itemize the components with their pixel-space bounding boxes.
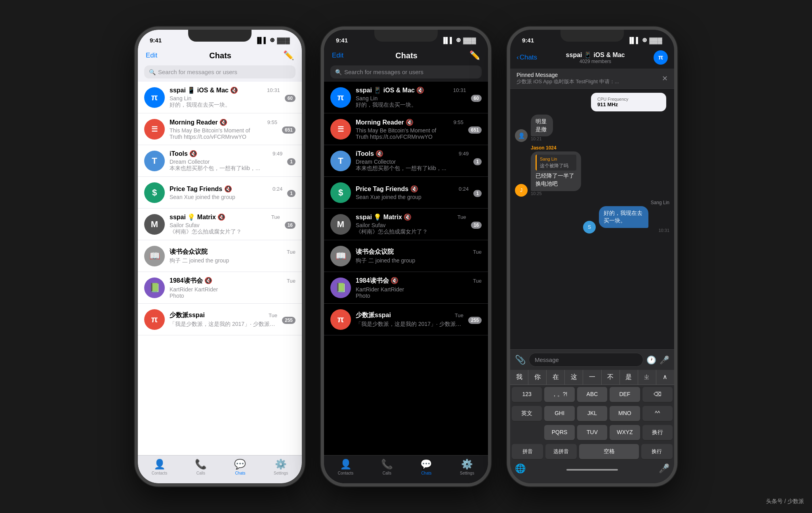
kb-key[interactable]: TUV — [577, 425, 607, 440]
chat-detail-name: sspai 📱 iOS & Mac — [540, 51, 650, 59]
tab-calls[interactable]: 📞 Calls — [195, 459, 207, 475]
list-item[interactable]: π 少数派sspai Tue 「我是少数派，这是我的 2017」· 少数派年度征… — [324, 304, 488, 335]
keyboard-row-4: 拼音 选拼音 空格 换行 — [510, 442, 674, 461]
tab-settings[interactable]: ⚙️ Settings — [274, 459, 288, 475]
list-item[interactable]: $ Price Tag Friends 🔇 0:24 Sean Xue join… — [138, 177, 302, 209]
avatar: 📗 — [144, 278, 165, 298]
message-row: Sang Lin 好的，我现在去买一块。 10:31 S — [515, 200, 669, 234]
kb-key[interactable]: PQRS — [544, 425, 574, 440]
chat-detail-avatar[interactable]: π — [654, 50, 668, 65]
kb-key[interactable]: GHI — [544, 406, 574, 421]
avatar: π — [330, 87, 351, 108]
message-time: 10:31 — [599, 228, 669, 233]
kb-key[interactable]: 123 — [512, 387, 542, 402]
kb-enter-key[interactable]: 换行 — [641, 444, 673, 459]
message-sender: Jason 1024 — [531, 145, 603, 151]
compose-button[interactable]: ✏️ — [283, 50, 294, 61]
tab-bar: 👤 Contacts 📞 Calls 💬 Chats ⚙️ Settings — [138, 455, 302, 483]
list-item[interactable]: π sspai 📱 iOS & Mac 🔇 10:31 Sang Lin 好的，… — [324, 82, 488, 113]
avatar: 📖 — [330, 246, 351, 266]
avatar: ☰ — [144, 119, 165, 140]
kb-key[interactable]: 英文 — [512, 406, 542, 421]
tab-calls-dark[interactable]: 📞 Calls — [381, 459, 393, 475]
kb-key[interactable]: ^^ — [642, 406, 673, 421]
message-input-bar: 📎 Message 🕐 🎤 — [510, 349, 674, 370]
search-input[interactable]: 🔍 Search for messages or users — [144, 65, 295, 78]
kb-suggestion[interactable]: 在 — [547, 370, 565, 385]
kb-key[interactable]: DEF — [610, 387, 640, 402]
list-item[interactable]: M sspai 💡 Matrix 🔇 Tue Sailor Sufav 《柯南》… — [324, 209, 488, 240]
cpu-value: 911 MHz — [597, 101, 660, 107]
list-item[interactable]: π 少数派sspai Tue 「我是少数派，这是我的 2017」· 少数派年度征… — [138, 304, 302, 335]
avatar: 📗 — [330, 278, 351, 298]
list-item[interactable]: ☰ Morning Reader 🔇 9:55 This May Be Bitc… — [324, 113, 488, 145]
kb-key[interactable]: JKL — [577, 406, 607, 421]
tab-settings-dark[interactable]: ⚙️ Settings — [460, 459, 474, 475]
kb-suggestion[interactable]: ㄓ — [638, 370, 656, 385]
keyboard: 我 你 在 这 一 不 是 ㄓ ∧ 123 ，。?! ABC DEF ⌫ 英文 — [510, 370, 674, 483]
compose-button[interactable]: ✏️ — [469, 50, 480, 61]
tab-contacts-dark[interactable]: 👤 Contacts — [338, 459, 353, 475]
pinned-label: Pinned Message — [517, 72, 619, 78]
kb-suggestion[interactable]: 你 — [528, 370, 547, 385]
mic-icon[interactable]: 🎤 — [660, 355, 669, 365]
search-input-dark[interactable]: 🔍 Search for messages or users — [330, 65, 482, 78]
edit-button[interactable]: Edit — [146, 52, 157, 59]
status-time: 9:41 — [336, 37, 348, 44]
keyboard-row-2: 英文 GHI JKL MNO ^^ — [510, 404, 674, 423]
list-item[interactable]: π sspai 📱 iOS & Mac 🔇 10:31 Sang Lin 好的，… — [138, 82, 302, 113]
notch — [374, 30, 438, 42]
kb-suggestion[interactable]: 我 — [510, 370, 528, 385]
avatar: $ — [144, 182, 165, 203]
nav-bar: Edit Chats ✏️ — [138, 47, 302, 63]
tab-chats-dark[interactable]: 💬 Chats — [420, 459, 432, 475]
kb-suggestion[interactable]: 一 — [583, 370, 601, 385]
kb-delete-key[interactable]: ⌫ — [642, 387, 673, 402]
status-icons-detail: ▐▌▌ ⊛ ▓▓▓ — [627, 36, 662, 44]
kb-suggestion[interactable]: 不 — [602, 370, 620, 385]
status-icons: ▐▌▌ ⊛ ▓▓▓ — [255, 36, 290, 44]
avatar: ☰ — [330, 119, 351, 140]
avatar: π — [144, 309, 165, 330]
phone-dark: 9:41 ▐▌▌ ⊛ ▓▓▓ Edit Chats ✏️ 🔍 Search fo… — [321, 27, 491, 486]
kb-suggestion[interactable]: 这 — [565, 370, 583, 385]
globe-icon[interactable]: 🌐 — [515, 463, 526, 474]
message-input[interactable]: Message — [529, 353, 643, 367]
list-item[interactable]: 📖 读书会众议院 Tue 狗子 二 joined the group — [324, 240, 488, 272]
pinned-text: 少数派 iOS App 临时版本 TestFlight 申请：... — [517, 78, 619, 85]
kb-key[interactable]: MNO — [610, 406, 640, 421]
tab-contacts[interactable]: 👤 Contacts — [152, 459, 167, 475]
list-item[interactable]: T iTools 🔇 9:49 Dream Collector 本来也想买那个包… — [324, 145, 488, 177]
avatar: M — [144, 214, 165, 235]
mic-icon[interactable]: 🎤 — [659, 463, 669, 474]
message-time: 10:25 — [531, 191, 603, 196]
kb-chevron-icon[interactable]: ∧ — [656, 370, 674, 385]
quoted-message: Sang Lin 这个被降了吗 — [536, 155, 576, 170]
tab-chats[interactable]: 💬 Chats — [234, 459, 246, 475]
kb-space-key[interactable]: 空格 — [579, 444, 639, 459]
kb-key[interactable]: ，。?! — [544, 387, 574, 402]
keyboard-row-1: 123 ，。?! ABC DEF ⌫ — [510, 385, 674, 404]
contacts-icon: 👤 — [154, 459, 166, 470]
close-icon[interactable]: ✕ — [662, 74, 668, 83]
list-item[interactable]: ☰ Morning Reader 🔇 9:55 This May Be Bitc… — [138, 113, 302, 145]
kb-return-key[interactable]: 换行 — [642, 425, 673, 440]
back-button[interactable]: ‹ Chats — [517, 54, 537, 61]
list-item[interactable]: 📗 1984读书会 🔇 Tue KartRider KartRider Phot… — [138, 272, 302, 304]
attach-button[interactable]: 📎 — [515, 355, 526, 365]
message-row: 👤 明显是撤 10:21 — [515, 115, 669, 142]
message-avatar: J — [515, 184, 528, 197]
kb-key[interactable]: WXYZ — [610, 425, 640, 440]
message-time: 10:21 — [531, 136, 562, 141]
edit-button[interactable]: Edit — [332, 52, 343, 59]
list-item[interactable]: $ Price Tag Friends 🔇 0:24 Sean Xue join… — [324, 177, 488, 209]
list-item[interactable]: 📖 读书会众议院 Tue 狗子 二 joined the group — [138, 240, 302, 272]
clock-icon[interactable]: 🕐 — [646, 355, 656, 365]
list-item[interactable]: 📗 1984读书会 🔇 Tue KartRider KartRider Phot… — [324, 272, 488, 304]
kb-key[interactable]: ABC — [577, 387, 607, 402]
kb-key[interactable]: 选拼音 — [545, 444, 577, 459]
kb-suggestion[interactable]: 是 — [620, 370, 638, 385]
kb-key[interactable]: 拼音 — [512, 444, 543, 459]
list-item[interactable]: T iTools 🔇 9:49 Dream Collector 本来也想买那个包… — [138, 145, 302, 177]
list-item[interactable]: M sspai 💡 Matrix 🔇 Tue Sailor Sufav 《柯南》… — [138, 209, 302, 240]
